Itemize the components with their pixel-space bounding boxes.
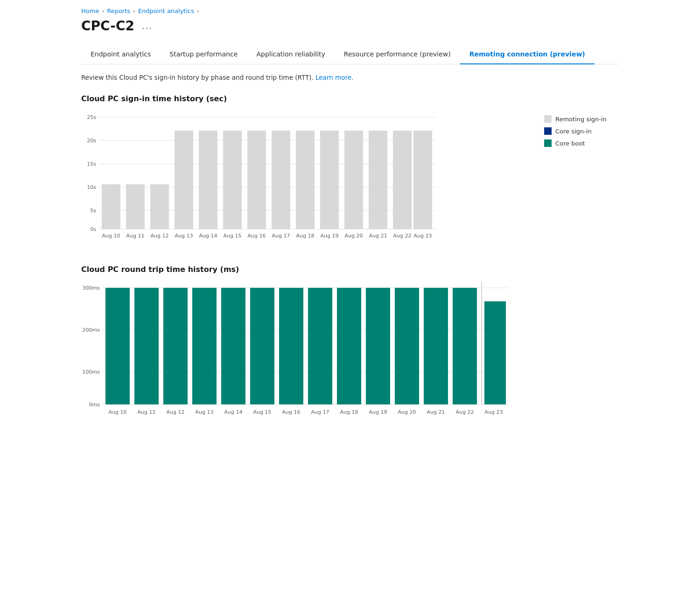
description-text: Review this Cloud PC's sign-in history b…	[81, 74, 619, 81]
svg-text:Aug 21: Aug 21	[369, 233, 387, 239]
svg-text:Aug 17: Aug 17	[272, 233, 290, 239]
breadcrumb-sep1: ›	[102, 8, 104, 14]
svg-text:100ms: 100ms	[83, 369, 100, 375]
page-title-row: CPC-C2 ...	[81, 18, 619, 34]
rtt-chart-section: Cloud PC round trip time history (ms) 30…	[81, 265, 619, 423]
svg-text:Aug 13: Aug 13	[175, 233, 193, 239]
svg-text:Aug 10: Aug 10	[102, 233, 120, 239]
rtt-bar-aug15	[250, 288, 274, 404]
svg-text:Aug 10: Aug 10	[109, 409, 127, 415]
bar-aug11	[126, 184, 145, 229]
learn-more-link[interactable]: Learn more.	[315, 74, 353, 81]
signin-chart-title: Cloud PC sign-in time history (sec)	[81, 94, 619, 103]
svg-text:Aug 18: Aug 18	[340, 409, 358, 415]
legend-label-remoting: Remoting sign-in	[555, 116, 607, 123]
svg-text:Aug 22: Aug 22	[393, 233, 412, 239]
svg-text:0ms: 0ms	[89, 402, 100, 408]
svg-text:200ms: 200ms	[83, 327, 100, 333]
breadcrumb: Home › Reports › Endpoint analytics ›	[81, 7, 619, 14]
bar-aug10	[102, 184, 120, 229]
svg-text:Aug 12: Aug 12	[167, 409, 185, 415]
rtt-bar-aug18	[337, 288, 361, 404]
ellipsis-button[interactable]: ...	[139, 20, 155, 32]
svg-text:Aug 16: Aug 16	[248, 233, 266, 239]
tab-endpoint-analytics[interactable]: Endpoint analytics	[81, 45, 160, 64]
bar-aug14	[199, 131, 217, 229]
svg-text:Aug 20: Aug 20	[398, 409, 416, 415]
signin-chart-legend: Remoting sign-in Core sign-in Core boot	[544, 111, 619, 147]
bar-aug20	[344, 131, 363, 229]
tab-startup-performance[interactable]: Startup performance	[160, 45, 247, 64]
svg-text:Aug 13: Aug 13	[196, 409, 214, 415]
signin-chart-svg: 25s 20s 15s 10s 5s 0s	[81, 111, 436, 241]
rtt-bar-aug11	[134, 288, 159, 404]
svg-text:Aug 11: Aug 11	[138, 409, 156, 415]
svg-text:Aug 17: Aug 17	[311, 409, 329, 415]
breadcrumb-reports[interactable]: Reports	[107, 7, 130, 14]
rtt-chart-svg: 300ms 200ms 100ms 0ms	[81, 281, 511, 421]
svg-text:0s: 0s	[90, 226, 96, 232]
svg-text:Aug 15: Aug 15	[224, 233, 242, 239]
svg-text:Aug 21: Aug 21	[427, 409, 445, 415]
svg-text:Aug 15: Aug 15	[253, 409, 272, 415]
breadcrumb-endpoint-analytics[interactable]: Endpoint analytics	[138, 7, 194, 14]
legend-label-coreboot: Core boot	[555, 140, 585, 147]
rtt-bar-aug14	[221, 288, 245, 404]
tab-remoting-connection[interactable]: Remoting connection (preview)	[460, 45, 595, 64]
bar-aug13	[175, 131, 193, 229]
tab-application-reliability[interactable]: Application reliability	[247, 45, 334, 64]
rtt-bar-aug21	[424, 288, 448, 404]
rtt-chart-title: Cloud PC round trip time history (ms)	[81, 265, 619, 274]
bar-aug19	[320, 131, 339, 229]
svg-text:Aug 14: Aug 14	[199, 233, 217, 239]
svg-text:20s: 20s	[87, 138, 96, 144]
legend-color-remoting	[544, 115, 552, 123]
svg-text:Aug 23: Aug 23	[414, 233, 432, 239]
rtt-bar-aug12	[163, 288, 188, 404]
page-container: Home › Reports › Endpoint analytics › CP…	[70, 0, 630, 464]
bar-aug22	[393, 131, 412, 229]
svg-text:Aug 20: Aug 20	[345, 233, 363, 239]
rtt-bar-aug22	[453, 288, 477, 404]
svg-text:Aug 16: Aug 16	[282, 409, 301, 415]
rtt-bar-aug13	[192, 288, 217, 404]
svg-text:Aug 19: Aug 19	[369, 409, 387, 415]
rtt-bar-aug17	[308, 288, 332, 404]
svg-text:300ms: 300ms	[83, 285, 100, 291]
bar-aug16	[247, 131, 266, 229]
svg-text:Aug 14: Aug 14	[224, 409, 243, 415]
rtt-bar-aug19	[366, 288, 390, 404]
bar-aug12	[150, 184, 169, 229]
rtt-bar-aug16	[279, 288, 303, 404]
bar-aug17	[272, 131, 290, 229]
legend-color-coresignin	[544, 127, 552, 135]
breadcrumb-sep3: ›	[197, 8, 199, 14]
tab-resource-performance[interactable]: Resource performance (preview)	[335, 45, 460, 64]
rtt-bar-aug20	[395, 288, 419, 404]
signin-chart-wrapper: 25s 20s 15s 10s 5s 0s	[81, 111, 619, 243]
tabs-container: Endpoint analytics Startup performance A…	[81, 45, 619, 64]
breadcrumb-home[interactable]: Home	[81, 7, 99, 14]
signin-chart-area: 25s 20s 15s 10s 5s 0s	[81, 111, 533, 243]
bar-aug23	[413, 131, 432, 229]
svg-text:Aug 22: Aug 22	[456, 409, 474, 415]
rtt-bar-aug23	[484, 301, 506, 404]
bar-aug21	[369, 131, 387, 229]
svg-text:25s: 25s	[87, 114, 96, 120]
svg-text:Aug 12: Aug 12	[151, 233, 169, 239]
signin-chart-section: Cloud PC sign-in time history (sec) 25s …	[81, 94, 619, 243]
svg-text:15s: 15s	[87, 161, 96, 167]
rtt-bar-aug10	[105, 288, 130, 404]
svg-text:Aug 18: Aug 18	[296, 233, 315, 239]
svg-text:Aug 23: Aug 23	[485, 409, 503, 415]
breadcrumb-sep2: ›	[133, 8, 135, 14]
legend-core-boot: Core boot	[544, 139, 619, 147]
bar-aug15	[223, 131, 242, 229]
legend-color-coreboot	[544, 139, 552, 147]
legend-core-signin: Core sign-in	[544, 127, 619, 135]
svg-text:5s: 5s	[90, 208, 96, 214]
svg-text:Aug 19: Aug 19	[321, 233, 339, 239]
legend-remoting-signin: Remoting sign-in	[544, 115, 619, 123]
page-title: CPC-C2	[81, 18, 134, 34]
legend-label-coresignin: Core sign-in	[555, 128, 592, 135]
